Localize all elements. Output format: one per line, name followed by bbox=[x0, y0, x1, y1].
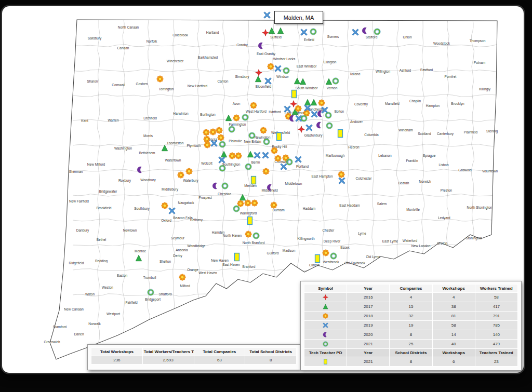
legend-cell: 2017 bbox=[347, 302, 390, 312]
legend-cell: 417 bbox=[475, 302, 517, 312]
legend-cell: 791 bbox=[475, 312, 517, 321]
legend-header-cell: Workshops bbox=[432, 285, 475, 293]
legend-x-icon bbox=[323, 322, 328, 328]
legend-header-cell: Year bbox=[347, 285, 390, 293]
marker-circle-icon bbox=[228, 126, 235, 133]
marker-circle-icon bbox=[330, 252, 337, 260]
legend-moon-icon bbox=[323, 332, 328, 337]
legend-cell: 58 bbox=[432, 321, 475, 330]
marker-sun-icon bbox=[216, 127, 223, 134]
legend-header-row: SymbolYearCompaniesWorkshopsWorkers Trai… bbox=[304, 285, 518, 293]
legend-cell: Workshops bbox=[432, 349, 475, 357]
marker-circle-icon bbox=[283, 67, 290, 74]
totals-value-cell: 8 bbox=[245, 356, 297, 364]
marker-sun-icon bbox=[318, 99, 325, 106]
totals-header-cell: Total School Districts bbox=[245, 348, 297, 356]
marker-x-icon bbox=[295, 156, 302, 163]
marker-sun-icon bbox=[203, 129, 210, 136]
marker-triangle-icon bbox=[135, 254, 142, 262]
legend-cell: 58 bbox=[475, 293, 517, 302]
marker-sun-icon bbox=[179, 274, 186, 281]
marker-triangle-icon bbox=[247, 151, 254, 158]
legend-cell: 40 bbox=[432, 340, 475, 349]
totals-header-cell: Total Workshops bbox=[91, 348, 143, 356]
legend-row: 20164458 bbox=[304, 293, 518, 302]
marker-circle-icon bbox=[332, 77, 339, 85]
marker-x-icon bbox=[338, 177, 345, 184]
marker-circle-icon bbox=[242, 114, 249, 121]
marker-sun-icon bbox=[260, 127, 267, 134]
totals-table-panel: Total WorkshopsTotal Workers/Teachers Tr… bbox=[87, 344, 300, 370]
legend-cell: 32 bbox=[390, 312, 432, 321]
legend-cell: 2019 bbox=[347, 321, 390, 330]
marker-x-icon bbox=[300, 29, 308, 36]
marker-x-icon bbox=[210, 140, 218, 147]
legend-row: 2020814140 bbox=[304, 330, 518, 340]
totals-header-row: Total WorkshopsTotal Workers/Teachers Tr… bbox=[91, 348, 297, 356]
legend-table-panel: SymbolYearCompaniesWorkshopsWorkers Trai… bbox=[300, 281, 522, 371]
totals-header-cell: Total Companies bbox=[194, 348, 245, 356]
legend-header-cell: Workers Trained bbox=[475, 285, 517, 293]
legend-cell: 23 bbox=[475, 357, 517, 367]
marker-cross-icon bbox=[298, 126, 305, 133]
marker-sun-icon bbox=[267, 63, 274, 70]
legend-cell: 4 bbox=[390, 293, 432, 302]
marker-moon-icon bbox=[362, 27, 369, 34]
legend-sun-icon bbox=[323, 313, 328, 319]
totals-value-row: 2362,693638 bbox=[91, 356, 297, 364]
marker-x-icon bbox=[168, 207, 176, 214]
marker-circle-icon bbox=[248, 132, 256, 139]
marker-circle-icon bbox=[263, 138, 270, 145]
marker-x-icon bbox=[352, 29, 359, 36]
marker-sun-icon bbox=[271, 147, 278, 154]
marker-x-icon bbox=[218, 156, 225, 164]
marker-triangle-icon bbox=[255, 75, 262, 83]
marker-circle-icon bbox=[326, 122, 333, 129]
legend-cell: 19 bbox=[390, 321, 432, 330]
marker-sun-icon bbox=[204, 141, 211, 148]
marker-sun-icon bbox=[245, 231, 252, 238]
legend-rect-icon bbox=[324, 359, 327, 364]
marker-circle-icon bbox=[233, 205, 240, 212]
marker-sun-icon bbox=[185, 168, 193, 175]
legend-symbol-cell bbox=[304, 321, 347, 330]
marker-moon-icon bbox=[317, 110, 324, 117]
marker-sun-icon bbox=[250, 102, 257, 109]
legend-cell: 4 bbox=[432, 293, 475, 302]
legend-cell: 2021 bbox=[347, 340, 390, 349]
marker-triangle-icon bbox=[161, 144, 168, 152]
marker-sun-icon bbox=[233, 114, 240, 121]
marker-moon-icon bbox=[212, 182, 219, 190]
marker-circle-icon bbox=[252, 232, 260, 239]
marker-circle-icon bbox=[300, 115, 308, 122]
legend-cell: 8 bbox=[390, 330, 432, 340]
legend-body: 2016445820171538417201832817912019195878… bbox=[304, 293, 518, 367]
marker-sun-icon bbox=[235, 152, 242, 159]
marker-x-icon bbox=[262, 152, 269, 159]
marker-rect-icon bbox=[338, 129, 343, 138]
marker-sun-icon bbox=[251, 199, 258, 207]
legend-cell: 479 bbox=[475, 340, 517, 349]
totals-value-cell: 236 bbox=[91, 356, 143, 364]
marker-triangle-icon bbox=[310, 99, 317, 106]
legend-row: 20191958785 bbox=[304, 321, 518, 330]
totals-value-cell: 63 bbox=[194, 356, 245, 364]
callout-label: Malden, MA bbox=[284, 15, 314, 21]
marker-x-icon bbox=[264, 77, 272, 85]
legend-header-cell: Symbol bbox=[304, 285, 347, 293]
marker-moon-icon bbox=[137, 166, 144, 173]
marker-circle-icon bbox=[219, 141, 226, 148]
marker-rect-icon bbox=[315, 254, 321, 263]
legend-cell: 140 bbox=[475, 330, 517, 340]
legend-symbol-cell bbox=[304, 302, 347, 312]
marker-x-icon bbox=[284, 105, 291, 113]
marker-x-icon bbox=[263, 11, 271, 19]
marker-triangle-icon bbox=[299, 78, 307, 85]
marker-sun-icon bbox=[270, 201, 277, 209]
marker-x-icon bbox=[254, 152, 261, 159]
legend-cell: Teachers Trained bbox=[475, 349, 517, 357]
marker-circle-icon bbox=[325, 112, 332, 119]
legend-circle-icon bbox=[323, 341, 328, 347]
legend-cross-icon bbox=[323, 294, 328, 300]
marker-circle-icon bbox=[286, 158, 293, 166]
